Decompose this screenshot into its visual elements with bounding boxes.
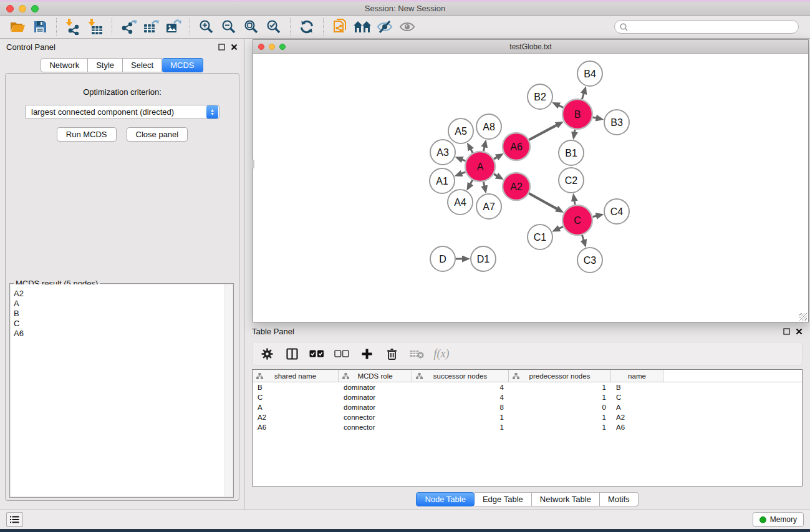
task-history-button[interactable] (6, 512, 23, 527)
window-resize-grip[interactable] (799, 313, 807, 321)
graph-node-B1[interactable]: B1 (559, 140, 584, 165)
graph-edge-A2-C[interactable] (529, 193, 557, 210)
graph-node-C1[interactable]: C1 (528, 225, 552, 249)
graph-node-A3[interactable]: A3 (430, 140, 455, 165)
network-graph[interactable]: B4B2BB3A8A5A6A3B1AA1C2A2A4A7C4CC1C3DD1 (253, 54, 808, 322)
graph-edge-C-C4[interactable] (592, 216, 597, 217)
table-tab-edge-table[interactable]: Edge Table (475, 492, 532, 506)
graph-edge-A-A1[interactable] (461, 172, 466, 174)
criterion-select[interactable]: largest connected component (directed) ▲… (25, 105, 219, 119)
memory-button[interactable]: Memory (753, 512, 804, 527)
graph-edge-A-A2[interactable] (494, 174, 498, 176)
zoom-out-icon[interactable] (218, 17, 240, 36)
export-table-icon[interactable] (140, 17, 162, 36)
open-file-icon[interactable] (6, 17, 29, 36)
column-header[interactable]: predecessor nodes (509, 370, 611, 382)
zoom-fit-icon[interactable] (240, 17, 263, 36)
result-item[interactable]: A (11, 299, 233, 309)
graph-node-A[interactable]: A (465, 152, 495, 181)
graph-node-A2[interactable]: A2 (503, 173, 530, 200)
graph-node-A7[interactable]: A7 (476, 194, 501, 219)
delete-column-icon[interactable] (382, 345, 401, 362)
column-header[interactable]: name (611, 370, 663, 382)
add-column-icon[interactable] (357, 345, 376, 362)
close-panel-icon[interactable] (231, 44, 238, 51)
show-details-icon[interactable] (396, 17, 418, 36)
delete-table-icon[interactable] (407, 345, 426, 362)
graph-edge-B-B2[interactable] (558, 105, 563, 108)
select-all-icon[interactable] (307, 345, 326, 362)
graph-edge-A-A4[interactable] (470, 180, 473, 185)
graph-edge-A-A3[interactable] (461, 159, 466, 161)
table-row[interactable]: Adominator80A (253, 402, 802, 412)
graph-edge-A-A7[interactable] (483, 181, 485, 186)
import-table-icon[interactable] (84, 17, 107, 36)
float-table-panel-icon[interactable] (783, 328, 790, 335)
zoom-selected-icon[interactable] (263, 17, 285, 36)
graph-node-A4[interactable]: A4 (448, 190, 473, 215)
graph-edge-A-A8[interactable] (483, 146, 485, 151)
column-header[interactable]: shared name (253, 370, 339, 382)
result-item[interactable]: C (11, 319, 233, 329)
new-network-from-selection-icon[interactable] (329, 17, 351, 36)
graph-node-C[interactable]: C (562, 205, 592, 235)
zoom-in-icon[interactable] (195, 17, 218, 36)
graph-edge-B-B3[interactable] (592, 117, 597, 118)
close-panel-button[interactable]: Close panel (127, 127, 188, 142)
graph-edge-A-A5[interactable] (470, 148, 473, 153)
network-canvas[interactable]: B4B2BB3A8A5A6A3B1AA1C2A2A4A7C4CC1C3DD1 (253, 54, 808, 322)
tab-style[interactable]: Style (88, 58, 123, 72)
graph-node-C4[interactable]: C4 (604, 199, 629, 224)
table-tab-motifs[interactable]: Motifs (600, 492, 639, 506)
table-tab-network-table[interactable]: Network Table (532, 492, 600, 506)
search-input[interactable] (631, 22, 793, 31)
first-neighbors-icon[interactable] (351, 17, 374, 36)
table-row[interactable]: A6connector11A6 (253, 422, 802, 432)
graph-node-C2[interactable]: C2 (559, 168, 584, 193)
result-item[interactable]: A2 (11, 289, 233, 299)
graph-edge-B-B1[interactable] (574, 130, 575, 133)
graph-node-A8[interactable]: A8 (476, 114, 501, 139)
import-network-icon[interactable] (62, 17, 84, 36)
graph-node-A1[interactable]: A1 (430, 168, 455, 193)
graph-edge-A-A6[interactable] (494, 157, 498, 158)
result-scrollbar[interactable] (224, 284, 233, 496)
settings-gear-icon[interactable] (258, 345, 276, 362)
column-header[interactable]: MCDS role (339, 370, 412, 382)
close-table-panel-icon[interactable] (796, 328, 803, 335)
search-field[interactable] (614, 20, 799, 34)
tab-select[interactable]: Select (123, 58, 162, 72)
table-row[interactable]: A2connector11A2 (253, 412, 802, 422)
graph-edge-B-B4[interactable] (582, 93, 584, 100)
tab-network[interactable]: Network (41, 58, 88, 72)
show-columns-icon[interactable] (282, 345, 301, 362)
result-item[interactable]: A6 (11, 329, 233, 339)
tab-mcds[interactable]: MCDS (162, 58, 203, 72)
graph-node-B4[interactable]: B4 (577, 61, 602, 86)
table-row[interactable]: Cdominator41C (253, 392, 802, 402)
graph-edge-C-C3[interactable] (582, 235, 584, 241)
export-network-icon[interactable] (117, 17, 140, 36)
deselect-all-icon[interactable] (332, 345, 351, 362)
graph-node-A5[interactable]: A5 (448, 118, 473, 143)
graph-edge-A6-B[interactable] (529, 125, 557, 140)
graph-node-A6[interactable]: A6 (503, 133, 530, 160)
mcds-result-list[interactable]: A2ABCA6 (11, 284, 233, 496)
graph-node-C3[interactable]: C3 (577, 248, 602, 273)
graph-edge-C-C2[interactable] (574, 200, 575, 205)
table-row[interactable]: Bdominator41B (253, 382, 802, 392)
export-image-icon[interactable] (162, 17, 185, 36)
column-header[interactable]: successor nodes (412, 370, 509, 382)
float-panel-icon[interactable] (218, 44, 225, 51)
graph-node-B3[interactable]: B3 (604, 110, 629, 135)
graph-node-B[interactable]: B (562, 99, 592, 129)
graph-edge-C-C1[interactable] (558, 226, 563, 229)
node-table[interactable]: shared nameMCDS rolesuccessor nodesprede… (252, 369, 803, 486)
hide-details-icon[interactable] (374, 17, 396, 36)
splitter-nub[interactable] (253, 160, 254, 168)
network-window-titlebar[interactable]: testGlobe.txt (253, 40, 808, 54)
save-session-icon[interactable] (29, 17, 51, 36)
graph-node-D1[interactable]: D1 (471, 246, 496, 271)
graph-node-B2[interactable]: B2 (528, 84, 552, 109)
result-item[interactable]: B (11, 309, 233, 319)
